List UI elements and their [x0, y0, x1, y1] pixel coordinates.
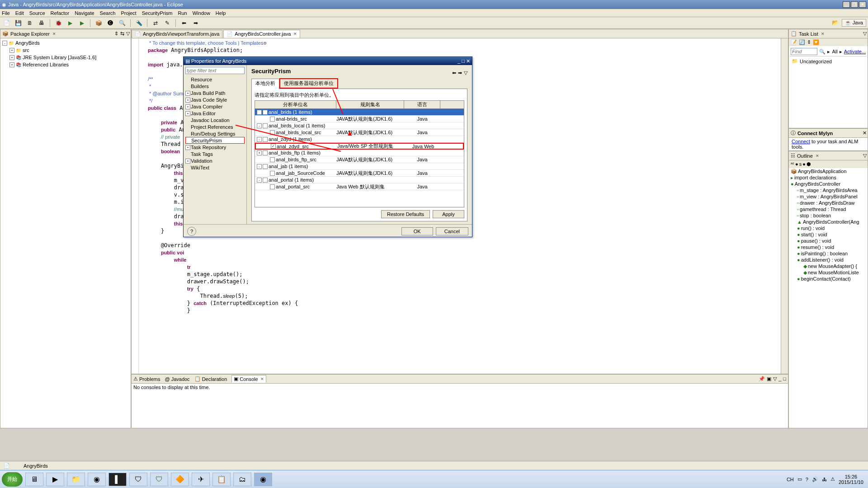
property-category[interactable]: +Java Editor	[185, 110, 245, 117]
outline-item[interactable]: ◆new MouseMotionListe	[789, 269, 868, 276]
declaration-tab[interactable]: 📋Declaration	[194, 376, 227, 382]
menu-run[interactable]: Run	[178, 10, 187, 16]
search-icon[interactable]: 🔦	[134, 19, 143, 28]
taskbar-chrome-icon[interactable]: ◉	[88, 473, 106, 486]
table-row[interactable]: anal_portal_srcJava Web 默认规则集Java	[255, 183, 464, 190]
tab-local-analysis[interactable]: 本地分析	[251, 79, 279, 89]
ok-button[interactable]: OK	[401, 227, 433, 235]
editor-tab[interactable]: 📄AngryBirdsViewportTransform.java	[132, 30, 222, 38]
tab-server-analysis[interactable]: 使用服务器端分析单位	[279, 78, 338, 89]
java-perspective-button[interactable]: ☕ Java	[842, 19, 866, 27]
checkbox[interactable]	[263, 123, 268, 128]
table-row[interactable]: -anal_zdyd (1 items)	[255, 136, 464, 143]
table-row[interactable]: -anal_birds_local (1 items)	[255, 122, 464, 129]
run-last-icon[interactable]: ▶	[77, 19, 86, 28]
new-task-icon[interactable]: 📝	[791, 39, 797, 45]
hide-fields-icon[interactable]: ●	[795, 161, 798, 167]
taskbar-explorer-icon[interactable]: 🖥	[25, 473, 43, 486]
outline-tree[interactable]: 📦AngryBirdsApplication▸import declaratio…	[789, 168, 868, 282]
forward-icon[interactable]: ➡	[191, 19, 200, 28]
cancel-button[interactable]: Cancel	[436, 227, 468, 235]
taskbar-eclipse-icon[interactable]: ◉	[254, 473, 272, 486]
open-console-icon[interactable]: ▽	[773, 376, 777, 382]
outline-item[interactable]: ▫m_view : AngryBirdsPanel	[789, 193, 868, 200]
tray-updates-icon[interactable]: ⚠	[830, 476, 835, 482]
pkg-item[interactable]: +📁src	[2, 47, 129, 54]
property-category[interactable]: +Task Repository	[185, 144, 245, 150]
apply-button[interactable]: Apply	[433, 210, 464, 218]
problems-tab[interactable]: ⚠Problems	[133, 376, 160, 382]
pkg-item[interactable]: +📚Referenced Libraries	[2, 61, 129, 68]
menu-refactor[interactable]: Refactor	[51, 10, 70, 16]
property-category[interactable]: +Validation	[185, 157, 245, 164]
outline-item[interactable]: ▫m_stage : AngryBirdsArea	[789, 187, 868, 193]
taskbar-shield1-icon[interactable]: 🛡	[129, 473, 147, 486]
checkbox[interactable]	[270, 117, 275, 122]
checkbox[interactable]	[270, 157, 275, 162]
taskbar-app4-icon[interactable]: 🗂	[233, 473, 251, 486]
expander-icon[interactable]: -	[257, 110, 262, 115]
table-row[interactable]: -anal_jab (1 items)	[255, 163, 464, 170]
new-icon[interactable]: 📄	[2, 19, 11, 28]
close-icon[interactable]: ✕	[816, 154, 819, 158]
menu-search[interactable]: Search	[100, 10, 116, 16]
connect-link[interactable]: Connect	[792, 139, 810, 144]
uncategorized-item[interactable]: 📁 Uncategorized	[790, 56, 867, 66]
outline-item[interactable]: ●AngryBirdsController	[789, 181, 868, 187]
menu-help[interactable]: Help	[216, 10, 226, 16]
display-console-icon[interactable]: ▣	[767, 376, 771, 382]
system-clock[interactable]: 15:26 2015/11/10	[839, 474, 863, 485]
property-category[interactable]: +Java Code Style	[185, 96, 245, 103]
outline-item[interactable]: ●addListener() : void	[789, 257, 868, 263]
pin-console-icon[interactable]: 📌	[759, 376, 765, 382]
tasklist-find-input[interactable]	[791, 48, 817, 55]
taskbar-shell-icon[interactable]: ▶	[46, 473, 64, 486]
sort-icon[interactable]: ᵃᶻ	[791, 161, 794, 167]
outline-item[interactable]: ●start() : void	[789, 231, 868, 238]
checkbox[interactable]	[263, 150, 268, 155]
outline-item[interactable]: ●resume() : void	[789, 244, 868, 250]
minimize-icon[interactable]: _	[778, 376, 781, 382]
expander-icon[interactable]: -	[2, 41, 7, 46]
taskbar-app1-icon[interactable]: 🔶	[171, 473, 189, 486]
table-row[interactable]: anal_jab_SourceCodeJAVA默认规则集(JDK1.6)Java	[255, 170, 464, 177]
expander-icon[interactable]: +	[9, 48, 14, 53]
dialog-maximize-button[interactable]: □	[462, 58, 465, 64]
table-row[interactable]: anal-brids_srcJAVA默认规则集(JDK1.6)Java	[255, 116, 464, 122]
checkbox[interactable]	[270, 184, 275, 189]
link-editor-icon[interactable]: ⇆	[120, 31, 124, 37]
open-perspective-icon[interactable]: 📂	[831, 18, 840, 27]
analysis-units-table[interactable]: 分析单位名 规则集名 语言 -✓anal_brids (1 items)anal…	[255, 100, 464, 207]
checkbox[interactable]	[270, 171, 275, 176]
hide-nonpublic-icon[interactable]: ●	[802, 161, 806, 167]
expander-icon[interactable]: +	[257, 150, 262, 155]
taskbar-app3-icon[interactable]: 📋	[212, 473, 231, 486]
property-category[interactable]: SecurityPrism	[185, 137, 245, 144]
close-icon[interactable]: ✕	[293, 32, 297, 36]
back-icon[interactable]: ⬅	[452, 70, 456, 76]
forward-icon[interactable]: ➡	[458, 70, 462, 76]
new-package-icon[interactable]: 📦	[94, 19, 103, 28]
tray-help-icon[interactable]: ?	[806, 477, 808, 482]
table-row[interactable]: anal_birds_ftp_srcJAVA默认规则集(JDK1.6)Java	[255, 156, 464, 163]
hide-local-icon[interactable]: ⬢	[807, 161, 811, 167]
checkbox[interactable]	[263, 178, 268, 183]
package-explorer-tree[interactable]: -📁AngryBirds+📁src+📚JRE System Library [J…	[0, 38, 131, 69]
table-row[interactable]: anal_birds_local_srcJAVA默认规则集(JDK1.6)Jav…	[255, 129, 464, 136]
property-category[interactable]: Resource	[185, 76, 245, 83]
save-icon[interactable]: 💾	[14, 19, 23, 28]
outline-item[interactable]: ◆new MouseAdapter() {	[789, 263, 868, 269]
expander-icon[interactable]: +	[9, 62, 14, 67]
open-type-icon[interactable]: 🔍	[118, 19, 127, 28]
checkbox[interactable]	[263, 137, 268, 142]
property-category[interactable]: Task Tags	[185, 150, 245, 157]
outline-item[interactable]: ▫gamethread : Thread	[789, 206, 868, 212]
task-list-tab[interactable]: 📋 Task List ✕ ▽	[789, 29, 868, 38]
menu-file[interactable]: File	[2, 10, 10, 16]
new-class-icon[interactable]: 🅒	[106, 19, 115, 28]
close-icon[interactable]: ✕	[260, 377, 264, 381]
hide-static-icon[interactable]: s	[799, 161, 802, 167]
close-icon[interactable]: ✕	[52, 32, 56, 36]
table-row[interactable]: +anal_birds_ftp (1 items)	[255, 150, 464, 156]
console-tab[interactable]: ▣Console✕	[231, 375, 266, 383]
